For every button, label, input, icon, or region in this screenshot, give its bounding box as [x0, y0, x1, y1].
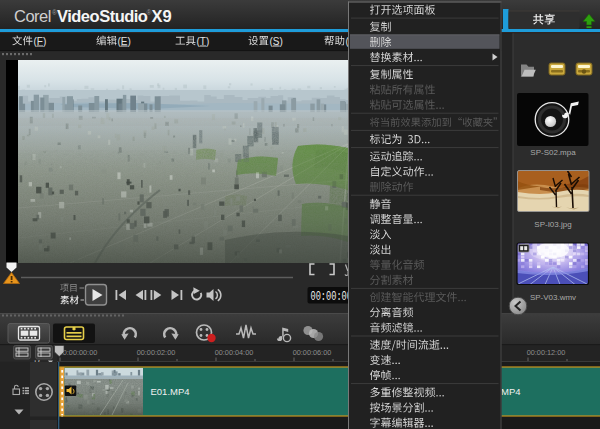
- svg-text:SP-S02.mpa: SP-S02.mpa: [530, 148, 576, 157]
- svg-text:00:00:12:00: 00:00:12:00: [527, 348, 566, 357]
- svg-text:(F): (F): [34, 36, 47, 47]
- svg-text:VideoStudio: VideoStudio: [57, 7, 148, 25]
- svg-text:Corel: Corel: [14, 7, 51, 25]
- svg-text:00:00:02:00: 00:00:02:00: [137, 348, 176, 357]
- svg-text:00:00:00:00: 00:00:00:00: [59, 348, 98, 357]
- svg-text:SP-V03.wmv: SP-V03.wmv: [530, 293, 576, 302]
- svg-text:E01.MP4: E01.MP4: [151, 386, 190, 397]
- svg-text:(E): (E): [118, 36, 131, 47]
- svg-text:(T): (T): [197, 36, 210, 47]
- svg-text:(S): (S): [270, 36, 283, 47]
- svg-text:X9: X9: [152, 7, 172, 25]
- svg-text:00:00:04:00: 00:00:04:00: [215, 348, 254, 357]
- svg-text:00:00:06:00: 00:00:06:00: [293, 348, 332, 357]
- svg-text:SP-I03.jpg: SP-I03.jpg: [534, 220, 571, 229]
